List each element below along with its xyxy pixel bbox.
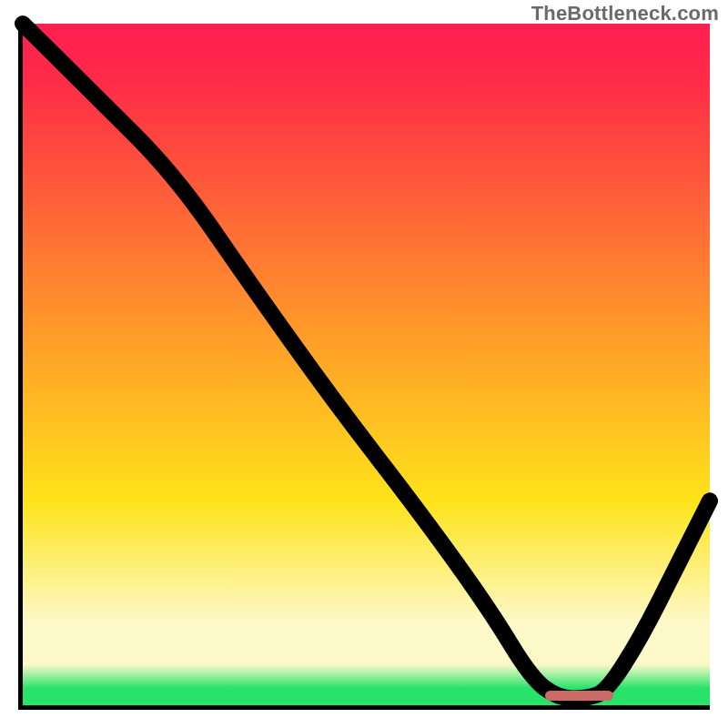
- bottleneck-curve: [23, 24, 710, 705]
- optimal-range-marker: [545, 691, 614, 701]
- watermark-text: TheBottleneck.com: [531, 2, 719, 25]
- chart-stage: TheBottleneck.com: [0, 0, 728, 728]
- x-axis: [18, 705, 710, 710]
